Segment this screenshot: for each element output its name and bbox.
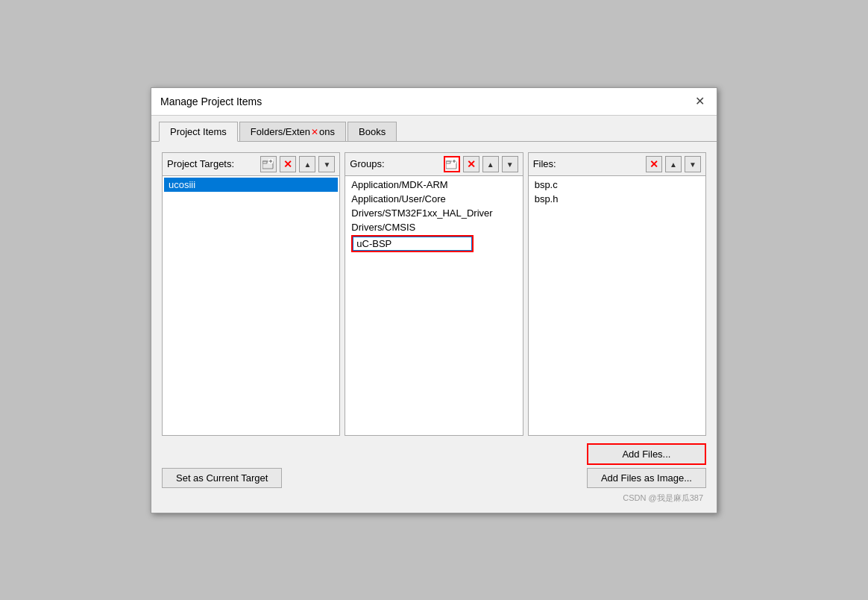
files-up-button[interactable] (665, 156, 682, 172)
files-down-button[interactable] (685, 156, 701, 172)
groups-down-button[interactable] (502, 156, 518, 172)
dialog-title: Manage Project Items (160, 96, 262, 107)
dialog-content: Project Targets: ✕ (151, 142, 717, 513)
delete-icon: ✕ (467, 159, 476, 169)
watermark: CSDN @我是麻瓜387 (162, 491, 706, 505)
targets-delete-button[interactable]: ✕ (280, 156, 296, 172)
targets-up-button[interactable] (299, 156, 315, 172)
down-arrow-icon (689, 160, 696, 169)
groups-new-button[interactable] (444, 156, 460, 172)
group-name-input[interactable] (353, 237, 472, 251)
down-arrow-icon (506, 160, 514, 169)
add-files-as-image-button[interactable]: Add Files as Image... (587, 468, 706, 488)
up-arrow-icon (670, 160, 677, 169)
svg-rect-1 (262, 161, 267, 163)
down-arrow-icon (323, 160, 330, 169)
files-header: Files: ✕ (529, 153, 705, 176)
project-targets-title: Project Targets: (167, 158, 257, 169)
delete-icon: ✕ (283, 159, 292, 169)
manage-project-items-dialog: Manage Project Items ✕ Project Items Fol… (151, 87, 717, 513)
targets-new-button[interactable] (260, 156, 277, 172)
list-item[interactable]: Drivers/CMSIS (347, 220, 521, 234)
groups-header: Groups: ✕ (345, 153, 522, 176)
groups-editing-item[interactable] (350, 236, 518, 251)
groups-up-button[interactable] (482, 156, 499, 172)
list-item[interactable]: Application/User/Core (347, 192, 521, 206)
files-list: bsp.c bsp.h (529, 176, 705, 435)
project-targets-panel: Project Targets: ✕ (162, 152, 340, 436)
svg-rect-6 (446, 161, 450, 163)
bottom-row: Set as Current Target Add Files... Add F… (162, 443, 706, 488)
list-item[interactable]: Application/MDK-ARM (347, 178, 521, 192)
targets-down-button[interactable] (318, 156, 335, 172)
groups-title: Groups: (350, 158, 440, 169)
right-buttons: Add Files... Add Files as Image... (587, 443, 706, 488)
tab-project-items[interactable]: Project Items (159, 122, 238, 142)
new-folder-icon (262, 159, 274, 169)
files-delete-button[interactable]: ✕ (646, 156, 662, 172)
list-item[interactable]: Drivers/STM32F1xx_HAL_Driver (347, 206, 521, 220)
list-item[interactable]: bsp.c (530, 178, 704, 192)
files-panel: Files: ✕ bsp.c bsp.h (528, 152, 706, 436)
tab-books[interactable]: Books (347, 122, 397, 141)
set-current-target-button[interactable]: Set as Current Target (162, 468, 282, 488)
groups-list: Application/MDK-ARM Application/User/Cor… (345, 176, 522, 435)
tabs-bar: Project Items Folders/Exten✕ons Books (151, 116, 717, 142)
groups-panel: Groups: ✕ (345, 152, 523, 436)
delete-icon: ✕ (650, 159, 658, 169)
files-title: Files: (533, 158, 643, 169)
tab-folders-extensions[interactable]: Folders/Exten✕ons (239, 122, 346, 141)
up-arrow-icon (487, 160, 494, 169)
groups-delete-button[interactable]: ✕ (463, 156, 479, 172)
close-button[interactable]: ✕ (692, 94, 708, 109)
tab-x-badge: ✕ (311, 127, 318, 137)
up-arrow-icon (304, 160, 311, 169)
new-folder-icon (446, 159, 458, 169)
add-files-button[interactable]: Add Files... (587, 443, 706, 465)
project-targets-header: Project Targets: ✕ (163, 153, 339, 176)
panels-container: Project Targets: ✕ (162, 152, 706, 436)
title-bar: Manage Project Items ✕ (151, 88, 717, 116)
project-targets-list: ucosiii (163, 176, 339, 435)
list-item[interactable]: bsp.h (530, 192, 704, 206)
list-item[interactable]: ucosiii (164, 178, 338, 192)
